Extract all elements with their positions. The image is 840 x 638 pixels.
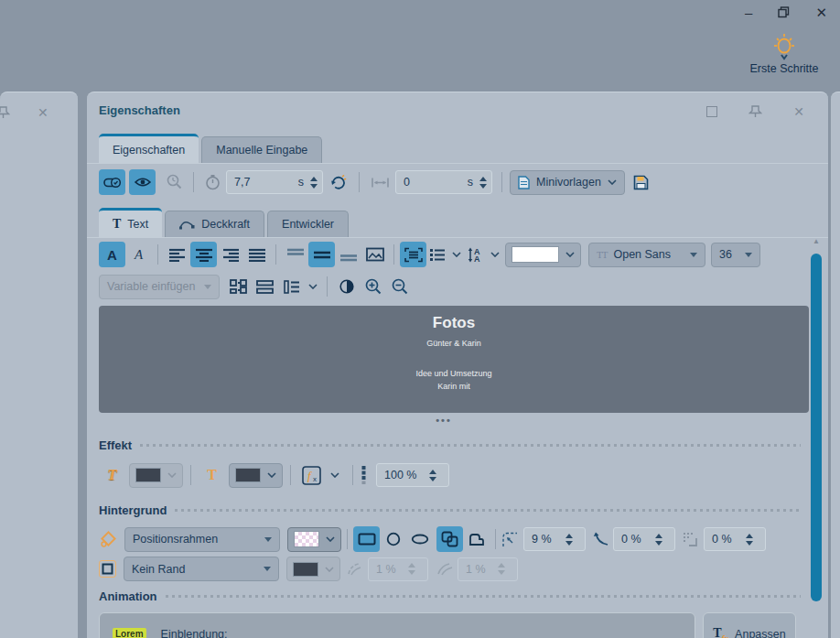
close-icon[interactable]: ✕ [815, 5, 827, 19]
corner-stepper[interactable] [565, 534, 573, 546]
shape-circle-button[interactable] [380, 526, 406, 552]
border-soft-input[interactable] [466, 563, 495, 576]
animation-settings-box[interactable]: Lorem Einblendung: [99, 612, 695, 638]
contrast-button[interactable] [333, 274, 360, 299]
align-left-button[interactable] [164, 242, 190, 267]
border-color-dropdown2[interactable] [286, 557, 340, 581]
slant-stepper[interactable] [655, 534, 662, 546]
tab-eigenschaften[interactable]: Eigenschaften [99, 134, 199, 163]
border-width-field[interactable] [368, 557, 428, 581]
line-spacing-button[interactable]: AA [465, 242, 489, 267]
visibility-button[interactable] [129, 169, 156, 195]
list-style-button[interactable] [278, 274, 305, 299]
shape-freeform-button[interactable] [463, 526, 490, 552]
text-preview[interactable]: Fotos Günter & Karin Idee und Umsetzung … [99, 306, 809, 413]
text-effect-button[interactable]: fx [298, 462, 325, 488]
font-icon: TT [597, 249, 607, 260]
corner-radius-input[interactable] [532, 533, 563, 546]
expander-handle[interactable]: ••• [87, 415, 801, 426]
color-swatch-dark [235, 468, 261, 482]
border-soft-stepper[interactable] [498, 563, 505, 575]
soft-edge-field[interactable] [704, 527, 766, 551]
restore-icon[interactable] [778, 6, 790, 18]
align-right-icon [221, 248, 240, 262]
zoom-in-button[interactable] [360, 274, 386, 299]
shape-rect-button[interactable] [353, 526, 380, 552]
float-window-icon[interactable] [706, 106, 717, 117]
pause-stepper[interactable] [479, 177, 487, 189]
insert-image-button[interactable] [361, 242, 388, 267]
list-button[interactable] [426, 242, 448, 267]
scroll-up-icon[interactable]: ▲ [810, 237, 823, 245]
tab-text[interactable]: T Text [99, 208, 162, 237]
text-border-button[interactable]: T [199, 462, 225, 488]
adjust-animation-button[interactable]: Tfx Anpassen [703, 612, 796, 638]
valign-top-button[interactable] [282, 242, 308, 267]
border-soft-field[interactable] [458, 557, 518, 581]
toggle-active-button[interactable] [99, 169, 125, 195]
opacity-input[interactable] [384, 469, 426, 481]
reset-duration-icon[interactable] [329, 175, 347, 190]
tab-entwickler[interactable]: Entwickler [267, 211, 349, 237]
align-right-button[interactable] [217, 242, 243, 267]
preview-line4: Karin mit [99, 382, 809, 391]
zoom-out-button[interactable] [386, 274, 413, 299]
close-icon[interactable]: ✕ [793, 105, 804, 118]
justify-button[interactable] [243, 242, 270, 267]
glow-color-dropdown[interactable] [129, 463, 183, 488]
scrollbar-thumb[interactable] [811, 254, 822, 601]
minimize-icon[interactable]: – [745, 5, 752, 19]
vertical-scrollbar[interactable]: ▲ [810, 237, 823, 638]
text-animation-icon: Tfx [713, 626, 728, 638]
valign-bottom-button[interactable] [335, 242, 361, 267]
chevron-down-icon[interactable] [308, 284, 318, 289]
pause-input[interactable] [404, 176, 444, 189]
border-mode-dropdown[interactable]: Kein Rand [124, 557, 279, 581]
layout-blocks-button[interactable] [225, 274, 252, 299]
help-button[interactable]: Erste Schritte [734, 33, 835, 75]
pause-field[interactable]: s [395, 170, 492, 194]
chevron-down-icon[interactable] [490, 252, 500, 257]
shape-union-button[interactable] [436, 526, 463, 552]
italic-button[interactable]: A [125, 242, 152, 267]
save-icon[interactable] [633, 175, 649, 190]
content-tab-bar: T Text Deckkraft Entwickler [99, 208, 349, 237]
align-center-button[interactable] [190, 242, 217, 267]
variable-dropdown[interactable]: Variable einfügen [99, 275, 220, 299]
slant-field[interactable] [613, 527, 675, 551]
tab-label: Manuelle Eingabe [216, 144, 307, 157]
close-icon[interactable]: ✕ [38, 106, 48, 119]
background-color-dropdown[interactable] [287, 527, 341, 552]
chevron-down-icon[interactable] [452, 252, 461, 257]
font-color-dropdown[interactable] [505, 243, 581, 267]
chevron-down-icon[interactable] [330, 472, 339, 478]
font-size-dropdown[interactable]: 36 [711, 243, 760, 267]
border-width-input[interactable] [376, 563, 405, 576]
font-family-dropdown[interactable]: TT Open Sans [588, 243, 705, 267]
opacity-stepper[interactable] [429, 470, 436, 481]
text-glow-button[interactable]: T [99, 462, 125, 488]
border-icon [99, 560, 116, 578]
shape-ellipse-button[interactable] [406, 526, 433, 552]
preview-time-button[interactable] [161, 169, 188, 195]
border-width-stepper[interactable] [408, 563, 415, 575]
tab-deckkraft[interactable]: Deckkraft [165, 211, 264, 237]
bold-button[interactable]: A [99, 242, 125, 267]
duration-input[interactable] [234, 176, 275, 189]
minivorlagen-dropdown[interactable]: Minivorlagen [510, 170, 625, 195]
autofit-button[interactable] [400, 242, 426, 267]
soft-edge-input[interactable] [712, 533, 743, 546]
duration-field[interactable]: s [226, 170, 323, 194]
border-color-dropdown[interactable] [229, 463, 283, 488]
valign-middle-button[interactable] [308, 242, 335, 267]
layout-rows-button[interactable] [252, 274, 278, 299]
slant-input[interactable] [621, 533, 652, 546]
pin-icon[interactable] [748, 104, 762, 119]
soft-stepper[interactable] [746, 534, 753, 546]
corner-radius-field[interactable] [523, 527, 586, 551]
opacity-field[interactable] [376, 463, 449, 487]
pin-icon[interactable] [0, 105, 10, 120]
frame-mode-dropdown[interactable]: Positionsrahmen [124, 527, 280, 552]
tab-manuelle-eingabe[interactable]: Manuelle Eingabe [201, 136, 322, 163]
duration-stepper[interactable] [310, 177, 318, 189]
